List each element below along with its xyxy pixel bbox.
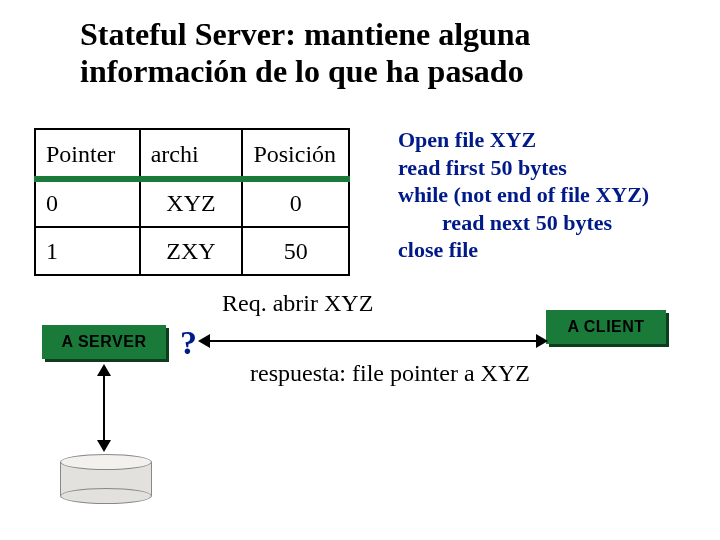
slide-title: Stateful Server: mantiene alguna informa… xyxy=(80,16,640,90)
state-table: Pointer archi Posición 0 XYZ 0 1 ZXY 50 xyxy=(34,128,350,276)
col-header-posicion: Posición xyxy=(243,130,348,178)
cell-posicion: 50 xyxy=(243,228,348,274)
table-row: 1 ZXY 50 xyxy=(36,226,348,274)
request-label: Req. abrir XYZ xyxy=(222,290,373,317)
server-box: A SERVER xyxy=(42,325,166,359)
horizontal-arrow-line xyxy=(200,340,544,342)
col-header-archi: archi xyxy=(141,130,244,178)
arrow-head-down-icon xyxy=(97,440,111,452)
pseudocode-block: Open file XYZ read first 50 bytes while … xyxy=(398,126,708,264)
table-row: 0 XYZ 0 xyxy=(36,178,348,226)
cell-pointer: 1 xyxy=(36,228,141,274)
database-cylinder-icon xyxy=(60,454,152,502)
arrow-head-right-icon xyxy=(536,334,548,348)
cell-pointer: 0 xyxy=(36,180,141,226)
cell-archi: ZXY xyxy=(141,228,244,274)
question-mark-icon: ? xyxy=(180,324,197,362)
col-header-pointer: Pointer xyxy=(36,130,141,178)
vertical-arrow-line xyxy=(103,370,105,446)
cell-archi: XYZ xyxy=(141,180,244,226)
cell-posicion: 0 xyxy=(243,180,348,226)
client-box: A CLIENT xyxy=(546,310,666,344)
table-header-row: Pointer archi Posición xyxy=(36,130,348,178)
response-label: respuesta: file pointer a XYZ xyxy=(250,360,530,387)
table-header-divider xyxy=(34,176,350,182)
